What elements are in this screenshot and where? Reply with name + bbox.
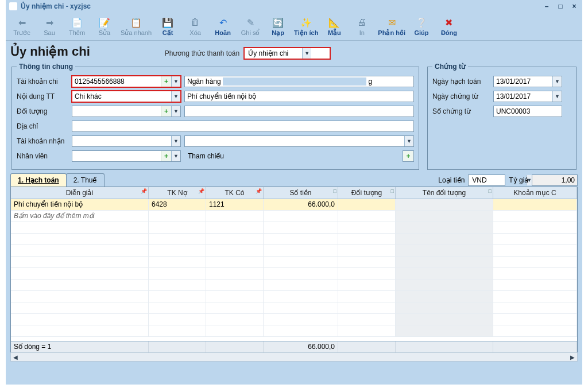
account-input[interactable]: 0125455566888 + ▼ — [72, 76, 181, 87]
page-edit-icon: 📝 — [98, 16, 111, 29]
toolbar-after-button[interactable]: ➡Sau — [36, 15, 63, 38]
titlebar: Ủy nhiệm chi - xyzjsc – □ × — [6, 0, 582, 13]
doc-no-input[interactable]: UNC00003 — [493, 106, 562, 117]
content-label: Nội dung TT — [17, 92, 68, 100]
page-add-icon: 📄 — [71, 16, 83, 29]
doc-date-label: Ngày chứng từ — [432, 92, 490, 100]
currency-dropdown[interactable]: VND ▼ — [468, 174, 505, 186]
pay-method-label: Phương thức thanh toán — [165, 49, 239, 57]
content-note-input[interactable]: Phí chuyển tiền nội bộ — [184, 91, 414, 102]
bank-display: Ngân hàng g — [184, 76, 414, 87]
col-cost-item[interactable]: Khoản mục C — [493, 187, 577, 199]
printer-icon: 🖨 — [355, 16, 368, 29]
reference-label: Tham chiếu — [188, 152, 224, 160]
toolbar-feedback-button[interactable]: ✉Phản hồi — [376, 15, 408, 38]
recv-account-label: Tài khoản nhận — [17, 137, 68, 145]
voucher-legend: Chứng từ — [432, 63, 468, 71]
chevron-down-icon[interactable]: ▼ — [552, 76, 562, 87]
col-object[interactable]: Đối tượng□ — [338, 187, 396, 199]
doc-no-label: Số chứng từ — [432, 107, 490, 115]
col-description[interactable]: Diễn giải📌 — [11, 187, 149, 199]
toolbar-quick-edit-button[interactable]: 📋Sửa nhanh — [118, 15, 154, 38]
scroll-left-icon[interactable]: ◀ — [11, 354, 20, 360]
chevron-down-icon[interactable]: ▼ — [552, 91, 562, 102]
pin-icon: □ — [489, 188, 492, 194]
recv-account-input[interactable]: ▼ — [72, 135, 181, 147]
grid-footer: Số dòng = 1 66.000,0 — [11, 341, 577, 352]
undo-icon: ↶ — [216, 16, 229, 29]
acct-date-label: Ngày hạch toán — [432, 77, 490, 86]
chevron-down-icon: ▼ — [302, 48, 311, 59]
col-amount[interactable]: Số tiền□ — [264, 187, 338, 199]
toolbar-close-button[interactable]: ✖Đóng — [435, 15, 463, 38]
pin-icon: 📌 — [198, 188, 204, 194]
toolbar-save-button[interactable]: 💾Cất — [154, 15, 181, 38]
staff-input[interactable]: + ▼ — [72, 150, 181, 162]
accounting-grid: Diễn giải📌 TK Nợ📌 TK Có📌 Số tiền□ Đối tư… — [10, 187, 578, 353]
toolbar-load-button[interactable]: 🔄Nạp — [264, 15, 292, 38]
table-row[interactable]: Phí chuyển tiền nội bộ 6428 1121 66.000,… — [11, 199, 577, 211]
new-row-hint[interactable]: Bấm vào đây để thêm mới — [11, 211, 577, 222]
app-icon — [9, 2, 17, 10]
toolbar-before-button[interactable]: ⬅Trước — [8, 15, 36, 38]
page-quick-icon: 📋 — [130, 16, 142, 29]
plus-icon[interactable]: + — [161, 76, 171, 87]
address-input[interactable] — [72, 121, 414, 132]
grid-header: Diễn giải📌 TK Nợ📌 TK Có📌 Số tiền□ Đối tư… — [11, 187, 577, 199]
tab-tax[interactable]: 2. Thuế — [66, 173, 105, 187]
help-icon: ❔ — [415, 16, 428, 29]
chevron-down-icon[interactable]: ▼ — [171, 151, 180, 161]
toolbar-print-button[interactable]: 🖨In — [348, 15, 376, 38]
object-input[interactable]: + ▼ — [72, 106, 181, 117]
toolbar-post-button[interactable]: ✎Ghi sổ — [237, 15, 264, 38]
plus-icon[interactable]: + — [161, 106, 171, 117]
content-dropdown[interactable]: Chi khác ▼ — [72, 91, 181, 102]
minimize-button[interactable]: – — [542, 2, 551, 10]
tab-accounting[interactable]: 1. Hạch toán — [10, 173, 67, 187]
pay-method-dropdown[interactable]: Ủy nhiệm chi ▼ — [244, 48, 330, 59]
page-title: Ủy nhiệm chi — [10, 44, 90, 59]
chevron-down-icon[interactable]: ▼ — [171, 76, 180, 87]
toolbar-delete-button[interactable]: 🗑Xóa — [181, 15, 209, 38]
object-name-input[interactable] — [184, 106, 414, 117]
pin-icon: 📌 — [141, 188, 147, 194]
plus-icon: + — [406, 152, 410, 160]
acct-date-input[interactable]: 13/01/2017 ▼ — [493, 76, 562, 87]
maximize-button[interactable]: □ — [556, 2, 565, 10]
staff-label: Nhân viên — [17, 152, 68, 160]
plus-icon[interactable]: + — [161, 151, 171, 161]
pin-icon: □ — [391, 188, 394, 194]
close-icon: ✖ — [443, 16, 455, 29]
general-info-legend: Thông tin chung — [17, 63, 75, 71]
col-credit[interactable]: TK Có📌 — [206, 187, 264, 199]
chevron-down-icon[interactable]: ▼ — [171, 136, 180, 146]
currency-label: Loại tiền — [438, 176, 465, 184]
col-debit[interactable]: TK Nợ📌 — [149, 187, 206, 199]
pin-icon: 📌 — [256, 188, 262, 194]
doc-date-input[interactable]: 13/01/2017 ▼ — [493, 91, 562, 102]
chevron-down-icon[interactable]: ▼ — [404, 136, 413, 146]
footer-row-count: Số dòng = 1 — [11, 341, 149, 352]
arrow-right-icon: ➡ — [43, 16, 56, 29]
account-label: Tài khoản chi — [17, 77, 68, 86]
col-object-name[interactable]: Tên đối tượng□ — [396, 187, 493, 199]
delete-icon: 🗑 — [189, 16, 202, 29]
toolbar-template-button[interactable]: 📐Mẫu — [320, 15, 348, 38]
recv-bank-input[interactable]: ▼ — [184, 135, 414, 147]
pencil-icon: ✎ — [244, 16, 257, 29]
toolbar-help-button[interactable]: ❔Giúp — [408, 15, 435, 38]
toolbar-edit-button[interactable]: 📝Sửa — [91, 15, 118, 38]
chevron-down-icon[interactable]: ▼ — [171, 91, 180, 102]
toolbar-add-button[interactable]: 📄Thêm — [63, 15, 91, 38]
reference-add-button[interactable]: + — [403, 150, 414, 162]
close-button[interactable]: × — [570, 2, 579, 10]
horizontal-scrollbar[interactable]: ◀ ▶ — [10, 352, 578, 362]
toolbar-util-button[interactable]: ✨Tiện ích — [292, 15, 320, 38]
chevron-down-icon[interactable]: ▼ — [171, 106, 180, 117]
toolbar-undo-button[interactable]: ↶Hoãn — [209, 15, 237, 38]
rate-display: 1,00 — [532, 174, 578, 186]
scroll-right-icon[interactable]: ▶ — [568, 354, 577, 360]
main-toolbar: ⬅Trước ➡Sau 📄Thêm 📝Sửa 📋Sửa nhanh 💾Cất 🗑… — [6, 13, 582, 41]
general-info-group: Thông tin chung Tài khoản chi 0125455566… — [11, 63, 419, 170]
window-title: Ủy nhiệm chi - xyzjsc — [21, 2, 542, 10]
